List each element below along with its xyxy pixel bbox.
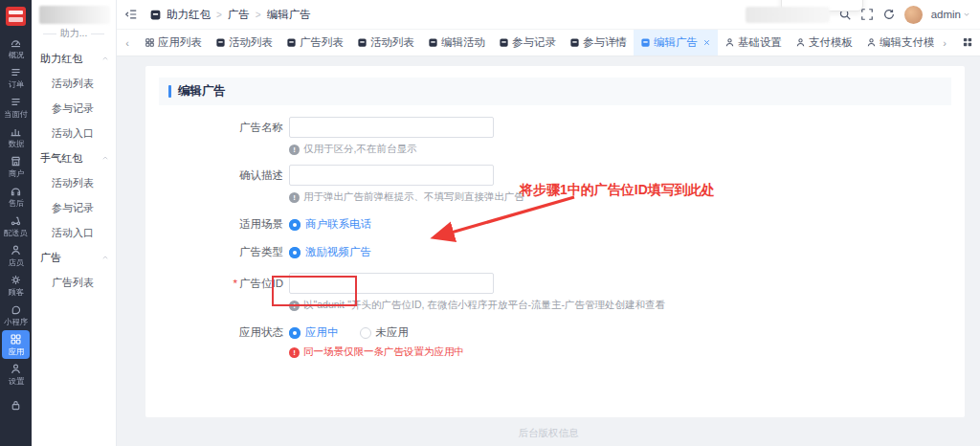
help-text: 仅用于区分,不在前台显示 (303, 143, 416, 156)
rail-item-permissions[interactable] (2, 391, 30, 420)
tab-label: 广告列表 (300, 35, 344, 50)
fullscreen-icon[interactable] (860, 8, 874, 21)
user-menu[interactable]: admin (931, 9, 970, 20)
brand-logo[interactable] (6, 7, 26, 26)
user-icon (795, 37, 806, 48)
rail-item-staff[interactable]: 店员 (2, 241, 30, 270)
radio-label-in-use[interactable]: 应用中 (305, 325, 339, 340)
tab-activity-list[interactable]: 活动列表 (209, 30, 279, 56)
ad-name-label: 广告名称 (145, 121, 283, 135)
tabs-scroll-left[interactable]: ‹ (117, 37, 138, 49)
radio-in-use[interactable] (289, 327, 301, 339)
rail-item-facepay[interactable]: 当面付 (2, 93, 30, 122)
primary-nav-rail: 概况 订单 当面付 数据 商户 售后 配送员 店员 (0, 0, 32, 446)
content-area: 编辑广告 广告名称 ! 仅用于区分,不在前台显示 确认描述 (117, 56, 980, 421)
rail-item-miniprogram[interactable]: 小程序 (2, 301, 30, 329)
confirm-desc-input[interactable] (289, 165, 494, 186)
chevron-up-icon (101, 55, 109, 62)
sidebar-item-participation-records-2[interactable]: 参与记录 (32, 195, 116, 220)
sidebar-group-label: 手气红包 (40, 151, 82, 166)
breadcrumb-item[interactable]: 助力红包 (167, 8, 211, 22)
app-icon (640, 37, 651, 48)
top-navbar: 助力红包 > 广告 > 编辑广告 admin (117, 0, 980, 29)
radio-reward-video[interactable] (289, 247, 301, 258)
rail-item-overview[interactable]: 概况 (2, 33, 30, 62)
tabs-scroll-right[interactable]: › (934, 37, 955, 49)
rail-item-apps[interactable]: 应用 (2, 330, 30, 359)
rail-item-customer[interactable]: 顾客 (2, 271, 30, 300)
sidebar-group-ads[interactable]: 广告 (32, 245, 116, 270)
breadcrumb: 助力红包 > 广告 > 编辑广告 (149, 8, 311, 22)
tab-edit-payment-template[interactable]: 编辑支付模板 (859, 30, 934, 56)
help-text: 用于弹出广告前弹框提示、不填写则直接弹出广告 (303, 190, 524, 204)
rail-item-data[interactable]: 数据 (2, 123, 30, 151)
form-row-scene: 适用场景 商户联系电话 (145, 217, 965, 232)
sidebar-item-participation-records[interactable]: 参与记录 (32, 96, 116, 121)
form-row-ad-unit-id: *广告位ID (145, 273, 965, 294)
sidebar-item-activity-list[interactable]: 活动列表 (32, 71, 116, 96)
refresh-icon[interactable] (882, 8, 896, 21)
radio-not-in-use[interactable] (360, 327, 371, 339)
sidebar-group-label: 广告 (40, 251, 61, 265)
help-text: 同一场景仅限一条广告设置为应用中 (303, 346, 464, 359)
user-icon (724, 37, 735, 48)
sidebar-item-activity-entry-2[interactable]: 活动入口 (32, 220, 116, 245)
collapse-menu-icon[interactable] (124, 8, 138, 21)
tab-basic-settings[interactable]: 基础设置 (718, 30, 789, 56)
overview-gauge-icon (10, 36, 22, 49)
rail-item-label: 店员 (8, 257, 24, 266)
app-icon (357, 37, 368, 48)
ad-name-input[interactable] (289, 117, 494, 138)
tab-ad-list[interactable]: 广告列表 (279, 30, 350, 56)
tab-participation-records[interactable]: 参与记录 (492, 30, 563, 56)
sidebar-group-lucky-redpacket[interactable]: 手气红包 (32, 145, 116, 170)
sidebar-item-activity-entry[interactable]: 活动入口 (32, 121, 116, 145)
close-icon[interactable] (702, 38, 711, 47)
lock-icon (10, 399, 22, 412)
breadcrumb-separator: > (255, 10, 262, 20)
tab-app-list[interactable]: 应用列表 (138, 30, 209, 56)
tab-participation-detail[interactable]: 参与详情 (563, 30, 634, 56)
secondary-sidebar: 助力... 助力红包 活动列表 参与记录 活动入口 手气红包 活动列表 参与记录… (32, 0, 117, 446)
confirm-desc-label: 确认描述 (145, 168, 283, 183)
tab-label: 参与详情 (583, 35, 627, 50)
grid-icon (145, 37, 155, 48)
app-icon (149, 9, 162, 21)
sidebar-item-label: 活动列表 (52, 176, 94, 190)
settings-person-icon (10, 363, 22, 375)
sidebar-item-activity-list-2[interactable]: 活动列表 (32, 170, 116, 195)
rail-item-orders[interactable]: 订单 (2, 63, 30, 92)
user-icon (866, 37, 877, 48)
user-avatar[interactable] (904, 6, 923, 24)
radio-label-not-in-use[interactable]: 未应用 (376, 325, 410, 340)
form-row-ad-name: 广告名称 (145, 117, 965, 138)
sidebar-item-ad-list[interactable]: 广告列表 (32, 270, 116, 295)
rail-item-settings[interactable]: 设置 (2, 360, 30, 389)
form-row-confirm-desc: 确认描述 (145, 165, 965, 186)
app-name-truncated: 助力... (32, 27, 116, 40)
navbar-actions: admin (746, 6, 970, 24)
facepay-list-icon (10, 96, 22, 108)
rail-item-aftersale[interactable]: 售后 (2, 182, 30, 211)
radio-label-merchant-phone[interactable]: 商户联系电话 (305, 217, 371, 232)
ad-unit-id-input[interactable] (289, 273, 494, 294)
tab-edit-activity[interactable]: 编辑活动 (421, 30, 492, 56)
tab-payment-template[interactable]: 支付模板 (789, 30, 859, 56)
sidebar-group-boost-redpacket[interactable]: 助力红包 (32, 46, 116, 71)
rail-item-courier[interactable]: 配送员 (2, 212, 30, 240)
sidebar-item-label: 活动列表 (52, 77, 94, 91)
tabs-menu-icon[interactable] (955, 34, 980, 52)
admin-app-window: 概况 订单 当面付 数据 商户 售后 配送员 店员 (0, 0, 980, 446)
tab-label: 活动列表 (229, 35, 273, 50)
tab-activity-list-2[interactable]: 活动列表 (350, 30, 421, 56)
search-input[interactable] (746, 7, 830, 23)
orders-list-icon (10, 66, 22, 78)
breadcrumb-item[interactable]: 编辑广告 (267, 8, 311, 22)
breadcrumb-item[interactable]: 广告 (228, 8, 250, 22)
radio-merchant-phone[interactable] (289, 219, 301, 231)
tab-edit-ad[interactable]: 编辑广告 (634, 30, 718, 56)
radio-label-reward-video[interactable]: 激励视频广告 (305, 245, 371, 259)
rail-item-merchant[interactable]: 商户 (2, 152, 30, 181)
rail-item-label: 数据 (8, 139, 24, 147)
username-label: admin (931, 9, 961, 20)
